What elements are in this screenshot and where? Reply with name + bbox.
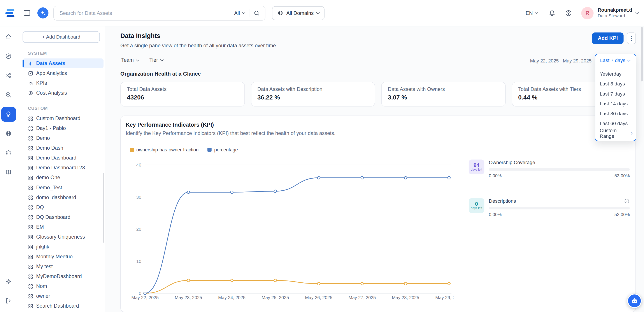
sidebar-item-label: Demo Dashboard — [36, 155, 76, 161]
sidebar-item-label: jhkjhk — [36, 244, 49, 250]
page-scrollbar[interactable] — [641, 27, 643, 82]
svg-text:20: 20 — [136, 227, 141, 232]
range-option-last-30-days[interactable]: Last 30 days — [595, 109, 636, 118]
range-option-last-3-days[interactable]: Last 3 days — [595, 79, 636, 89]
sidebar-item-demo-dash[interactable]: Demo Dash — [22, 143, 104, 153]
dashboard-grid-icon — [28, 145, 33, 151]
user-avatar[interactable]: R — [581, 7, 594, 19]
rail-logout-button[interactable] — [1, 293, 16, 308]
team-filter[interactable]: Team — [121, 57, 139, 63]
dashboard-grid-icon — [28, 185, 33, 190]
info-icon[interactable] — [624, 198, 630, 204]
sidebar-item-demo-test[interactable]: Demo_Test — [22, 183, 104, 192]
chevron-down-icon — [627, 58, 631, 62]
dashboard-grid-icon — [28, 205, 33, 210]
tier-filter[interactable]: Tier — [150, 57, 163, 63]
language-select[interactable]: EN — [526, 10, 538, 16]
progress-target: 52.00% — [614, 212, 630, 217]
sidebar-item-nom[interactable]: Nom — [22, 281, 104, 291]
sidebar-item-kpis[interactable]: KPIs — [22, 78, 104, 88]
globe-icon — [5, 130, 12, 137]
cost-icon — [28, 90, 33, 96]
rail-domains-button[interactable] — [1, 126, 16, 141]
app-logo[interactable] — [4, 7, 16, 19]
range-option-last-60-days[interactable]: Last 60 days — [595, 118, 636, 128]
notifications-button[interactable] — [548, 9, 556, 17]
sidebar-item-glossary-uniqueness[interactable]: Glossary Uniqueness — [22, 232, 104, 242]
help-button[interactable] — [565, 9, 572, 17]
legend-swatch — [130, 148, 134, 152]
dashboard-grid-icon — [28, 195, 33, 200]
add-dashboard-button[interactable]: + Add Dashboard — [22, 31, 100, 43]
sidebar-item-monthly-meetuo[interactable]: Monthly Meetuo — [22, 252, 104, 262]
range-option-last-14-days[interactable]: Last 14 days — [595, 99, 636, 109]
sidebar-item-em[interactable]: EM — [22, 222, 104, 232]
sidebar-item-demo-dashboard[interactable]: Demo Dashboard — [22, 153, 104, 163]
ai-sparkle-button[interactable] — [38, 8, 48, 19]
sidebar-item-label: KPIs — [36, 80, 47, 86]
sidebar-item-label: Data Assets — [36, 61, 65, 66]
rail-govern-button[interactable] — [1, 145, 16, 160]
legend-item-ownership-has-owner-fraction[interactable]: ownership-has-owner-fraction — [130, 147, 198, 152]
analytics-icon — [28, 71, 33, 76]
rail-glossary-button[interactable] — [1, 165, 16, 180]
date-range-label: May 22, 2025 - May 29, 2025 — [530, 59, 592, 64]
sidebar-item-day1-pablo[interactable]: Day1 - Pablo — [22, 123, 104, 133]
sidebar-item-demo[interactable]: Demo — [22, 133, 104, 143]
sidebar-item-domo-dashboard[interactable]: domo_dashboard — [22, 193, 104, 202]
days-left-label: days left — [471, 168, 482, 172]
search-input[interactable] — [54, 10, 234, 16]
user-menu[interactable]: Rounakpreet.d Data Steward — [598, 8, 632, 19]
svg-text:40: 40 — [136, 162, 141, 167]
sidebar-item-data-assets[interactable]: Data Assets — [22, 59, 104, 68]
sidebar-item-owner[interactable]: owner — [22, 291, 104, 301]
sidebar-item-my-test[interactable]: My test — [22, 262, 104, 271]
sidebar-collapse-button[interactable] — [23, 9, 31, 17]
kpi-progress-ownership: 94 days left Ownership Coverage 0.00% 53… — [469, 160, 630, 178]
range-option-last-7-days[interactable]: Last 7 days — [595, 89, 636, 99]
chat-assistant-button[interactable] — [627, 293, 642, 308]
chart-legend: ownership-has-owner-fractionpercentage — [130, 147, 238, 152]
kpi-subtitle: Identify the Key Performance Indicators … — [126, 130, 336, 136]
range-option-yesterday[interactable]: Yesterday — [595, 69, 636, 79]
svg-text:May 26, 2025: May 26, 2025 — [305, 295, 332, 300]
sidebar-item-dq[interactable]: DQ — [22, 202, 104, 212]
sidebar-item-dq-dashboard[interactable]: DQ Dashboard — [22, 212, 104, 222]
sidebar-item-cost-analysis[interactable]: Cost Analysis — [22, 88, 104, 98]
days-left-value: 94 — [474, 162, 480, 168]
legend-item-percentage[interactable]: percentage — [208, 147, 238, 152]
sidebar-item-demo-dashboard123[interactable]: Demo Dashboard123 — [22, 163, 104, 173]
chevron-down-icon — [535, 11, 538, 14]
search-icon[interactable] — [254, 10, 260, 16]
rail-settings-button[interactable] — [1, 274, 16, 289]
sidebar-item-search-dashboard[interactable]: Search Dashboard — [22, 301, 104, 311]
dashboard-grid-icon — [28, 274, 33, 279]
kebab-menu-button[interactable]: ⋮ — [627, 33, 636, 44]
icon-rail — [0, 26, 17, 312]
rail-insights-button[interactable] — [1, 107, 16, 122]
rail-explore-button[interactable] — [1, 49, 16, 64]
range-option-custom-range[interactable]: Custom Range — [595, 128, 636, 138]
sidebar-item-mydemodashboard[interactable]: MyDemoDashboard — [22, 271, 104, 281]
search-scope-select[interactable]: All — [234, 10, 245, 16]
sidebar-item-jhkjhk[interactable]: jhkjhk — [22, 242, 104, 252]
sidebar-item-app-analytics[interactable]: App Analytics — [22, 68, 104, 78]
days-left-badge: 94 days left — [469, 160, 484, 174]
chevron-down-icon[interactable] — [636, 11, 639, 14]
domains-select[interactable]: All Domains — [272, 6, 324, 20]
sidebar-item-custom-dashboard[interactable]: Custom Dashboard — [22, 113, 104, 123]
sidebar-item-label: demo One — [36, 175, 60, 181]
rail-observability-button[interactable] — [1, 87, 16, 102]
dashboard-grid-icon — [28, 165, 33, 171]
gear-icon — [5, 278, 12, 285]
rail-lineage-button[interactable] — [1, 68, 16, 83]
sidebar-item-label: My test — [36, 264, 53, 269]
range-selected-value: Last 7 days — [600, 58, 626, 63]
dashboard-grid-icon — [28, 254, 33, 259]
sidebar-scrollbar[interactable] — [103, 173, 104, 243]
sidebar-item-demo-one[interactable]: demo One — [22, 173, 104, 183]
rail-home-button[interactable] — [1, 29, 16, 44]
add-kpi-button[interactable]: Add KPI — [592, 33, 624, 44]
range-selector-button[interactable]: Last 7 days — [595, 54, 636, 66]
bank-icon — [5, 149, 12, 156]
